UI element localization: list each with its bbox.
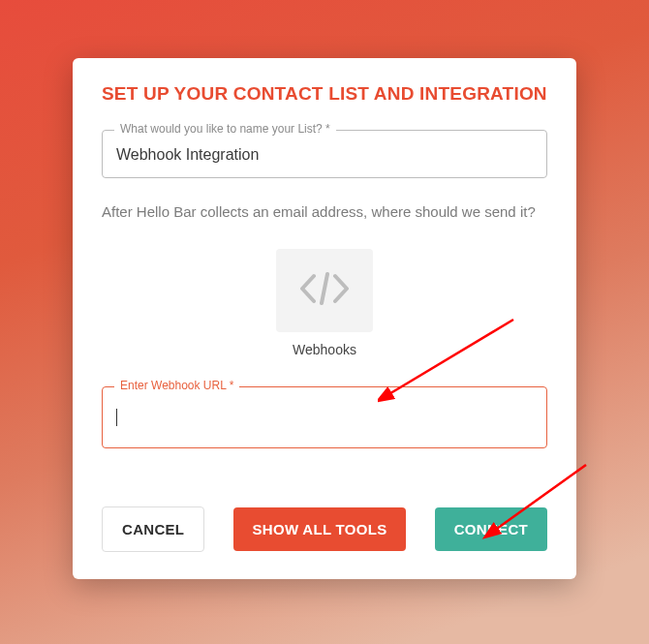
dialog-actions: CANCEL SHOW ALL TOOLS CONNECT (102, 506, 547, 552)
webhook-url-input[interactable] (117, 409, 533, 426)
page-title: SET UP YOUR CONTACT LIST AND INTEGRATION (102, 83, 547, 105)
cancel-button[interactable]: CANCEL (102, 506, 204, 552)
webhook-url-field[interactable]: Enter Webhook URL * (102, 386, 547, 448)
destination-subtext: After Hello Bar collects an email addres… (102, 203, 547, 220)
list-name-input[interactable] (116, 146, 533, 164)
webhooks-icon-box (276, 249, 373, 332)
show-all-tools-button[interactable]: SHOW ALL TOOLS (233, 507, 407, 551)
list-name-field[interactable]: What would you like to name your List? * (102, 130, 547, 178)
setup-dialog: SET UP YOUR CONTACT LIST AND INTEGRATION… (73, 58, 576, 579)
connect-button[interactable]: CONNECT (435, 507, 547, 551)
svg-line-0 (322, 274, 327, 303)
webhooks-tool[interactable]: Webhooks (276, 249, 373, 357)
list-name-label: What would you like to name your List? * (114, 122, 336, 136)
code-icon (300, 272, 349, 309)
webhook-url-label: Enter Webhook URL * (114, 379, 239, 392)
webhooks-label: Webhooks (276, 342, 373, 357)
svg-line-1 (387, 320, 513, 395)
